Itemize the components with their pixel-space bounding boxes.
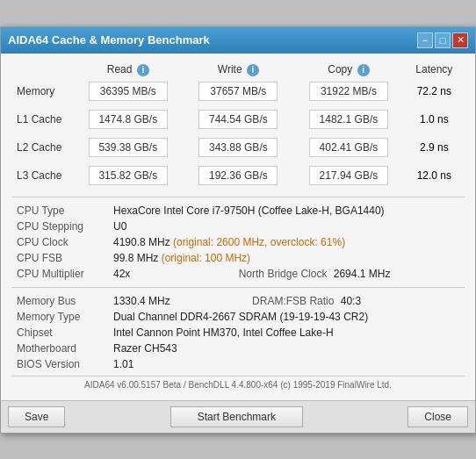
motherboard-label: Motherboard — [11, 341, 108, 356]
table-row: L1 Cache 1474.8 GB/s 744.54 GB/s 1482.1 … — [11, 107, 465, 132]
cpu-multiplier-label: CPU Multiplier — [11, 266, 108, 282]
chipset-label: Chipset — [11, 325, 108, 341]
bios-row: BIOS Version 1.01 — [11, 356, 465, 372]
read-info-icon[interactable]: i — [137, 64, 149, 76]
cpu-clock-row: CPU Clock 4190.8 MHz (original: 2600 MHz… — [11, 234, 465, 250]
chipset-row: Chipset Intel Cannon Point HM370, Intel … — [11, 325, 465, 341]
memory-type-row: Memory Type Dual Channel DDR4-2667 SDRAM… — [11, 309, 465, 325]
main-window: AIDA64 Cache & Memory Benchmark − □ ✕ Re… — [0, 26, 476, 434]
write-info-icon[interactable]: i — [247, 64, 259, 76]
copy-cell: 402.41 GB/s — [293, 135, 404, 160]
row-label: L1 Cache — [11, 107, 73, 132]
motherboard-row: Motherboard Razer CH543 — [11, 341, 465, 356]
cpu-clock-value: 4190.8 MHz (original: 2600 MHz, overcloc… — [108, 234, 465, 250]
divider-2 — [11, 287, 465, 288]
cpu-fsb-label: CPU FSB — [11, 250, 108, 266]
copy-cell: 31922 MB/s — [293, 79, 404, 104]
cpu-stepping-row: CPU Stepping U0 — [11, 219, 465, 234]
cpu-type-row: CPU Type HexaCore Intel Core i7-9750H (C… — [11, 203, 465, 219]
copy-cell: 1482.1 GB/s — [293, 107, 404, 132]
col-read-header: Read i — [73, 61, 184, 79]
write-cell: 343.88 GB/s — [184, 135, 294, 160]
motherboard-value: Razer CH543 — [108, 341, 465, 356]
row-label: Memory — [11, 79, 73, 104]
footer-text: AIDA64 v6.00.5157 Beta / BenchDLL 4.4.80… — [11, 376, 465, 393]
memory-bus-row: Memory Bus 1330.4 MHz DRAM:FSB Ratio 40:… — [11, 293, 465, 309]
memory-info-table: Memory Bus 1330.4 MHz DRAM:FSB Ratio 40:… — [11, 293, 465, 372]
col-copy-header: Copy i — [293, 61, 404, 79]
memory-type-label: Memory Type — [11, 309, 108, 325]
cpu-fsb-row: CPU FSB 99.8 MHz (original: 100 MHz) — [11, 250, 465, 266]
cpu-clock-note: (original: 2600 MHz, overclock: 61%) — [173, 236, 345, 248]
title-bar: AIDA64 Cache & Memory Benchmark − □ ✕ — [1, 27, 475, 54]
read-cell: 36395 MB/s — [73, 79, 184, 104]
cpu-multiplier-row: CPU Multiplier 42x North Bridge Clock 26… — [11, 266, 465, 282]
window-title: AIDA64 Cache & Memory Benchmark — [8, 33, 210, 47]
content-area: Read i Write i Copy i Latency Memory — [1, 54, 475, 400]
latency-cell: 12.0 ns — [404, 163, 465, 188]
north-bridge-value: 2694.1 MHz — [334, 268, 391, 280]
dram-fsb-value: 40:3 — [341, 295, 361, 307]
chipset-value: Intel Cannon Point HM370, Intel Coffee L… — [108, 325, 465, 341]
read-cell: 539.38 GB/s — [73, 135, 184, 160]
cpu-fsb-value: 99.8 MHz (original: 100 MHz) — [108, 250, 465, 266]
cpu-stepping-value: U0 — [108, 219, 465, 234]
maximize-button[interactable]: □ — [435, 32, 451, 48]
table-row: Memory 36395 MB/s 37657 MB/s 31922 MB/s … — [11, 79, 465, 104]
sysinfo-table: CPU Type HexaCore Intel Core i7-9750H (C… — [11, 203, 465, 282]
copy-cell: 217.94 GB/s — [293, 163, 404, 188]
cpu-type-label: CPU Type — [11, 203, 108, 219]
latency-cell: 1.0 ns — [404, 107, 465, 132]
window-close-button[interactable]: ✕ — [452, 32, 468, 48]
copy-info-icon[interactable]: i — [357, 64, 370, 76]
close-button[interactable]: Close — [407, 406, 468, 427]
read-cell: 1474.8 GB/s — [73, 107, 184, 132]
memory-bus-value: 1330.4 MHz DRAM:FSB Ratio 40:3 — [108, 293, 465, 309]
latency-cell: 2.9 ns — [404, 135, 465, 160]
table-row: L3 Cache 315.82 GB/s 192.36 GB/s 217.94 … — [11, 163, 465, 188]
divider-1 — [11, 197, 465, 197]
benchmark-button[interactable]: Start Benchmark — [170, 406, 303, 427]
table-row: L2 Cache 539.38 GB/s 343.88 GB/s 402.41 … — [11, 135, 465, 160]
cpu-fsb-note: (original: 100 MHz) — [162, 252, 250, 264]
save-button[interactable]: Save — [8, 406, 65, 427]
benchmark-table: Read i Write i Copy i Latency Memory — [11, 61, 465, 188]
cpu-clock-label: CPU Clock — [11, 234, 108, 250]
memory-bus-label: Memory Bus — [11, 293, 108, 309]
row-label: L3 Cache — [11, 163, 73, 188]
cpu-multiplier-value: 42x North Bridge Clock 2694.1 MHz — [108, 266, 465, 282]
write-cell: 744.54 GB/s — [184, 107, 294, 132]
col-latency-header: Latency — [404, 61, 465, 79]
cpu-stepping-label: CPU Stepping — [11, 219, 108, 234]
bios-label: BIOS Version — [11, 356, 108, 372]
col-write-header: Write i — [184, 61, 294, 79]
read-cell: 315.82 GB/s — [73, 163, 184, 188]
write-cell: 192.36 GB/s — [184, 163, 294, 188]
dram-fsb-label: DRAM:FSB Ratio — [252, 295, 334, 307]
button-bar: Save Start Benchmark Close — [1, 400, 475, 433]
cpu-type-value: HexaCore Intel Core i7-9750H (Coffee Lak… — [108, 203, 465, 219]
title-bar-buttons: − □ ✕ — [417, 32, 468, 48]
bios-value: 1.01 — [108, 356, 465, 372]
row-label: L2 Cache — [11, 135, 73, 160]
write-cell: 37657 MB/s — [184, 79, 294, 104]
north-bridge-label: North Bridge Clock — [239, 268, 328, 280]
minimize-button[interactable]: − — [417, 32, 433, 48]
latency-cell: 72.2 ns — [404, 79, 465, 104]
memory-type-value: Dual Channel DDR4-2667 SDRAM (19-19-19-4… — [108, 309, 465, 325]
